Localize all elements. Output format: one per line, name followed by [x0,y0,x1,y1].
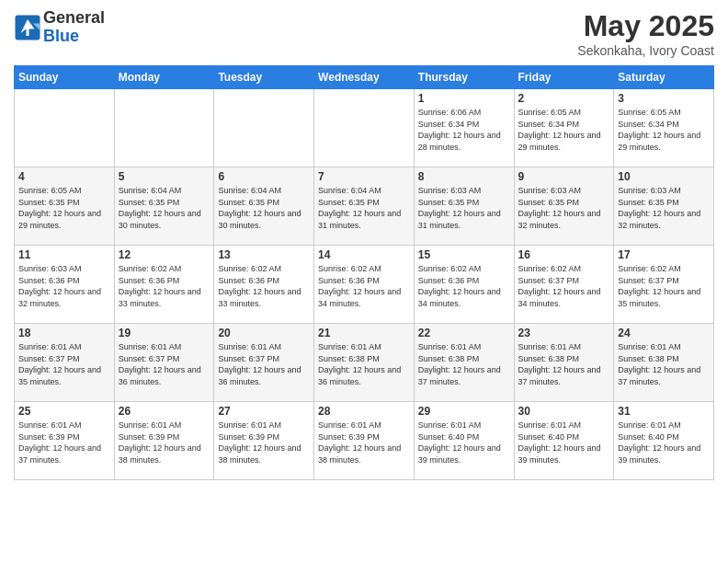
day-info: Sunrise: 6:06 AM Sunset: 6:34 PM Dayligh… [418,107,510,153]
table-row: 15Sunrise: 6:02 AM Sunset: 6:36 PM Dayli… [414,246,514,324]
day-info: Sunrise: 6:01 AM Sunset: 6:39 PM Dayligh… [318,419,410,465]
calendar-week-row: 25Sunrise: 6:01 AM Sunset: 6:39 PM Dayli… [15,402,714,480]
day-number: 28 [318,405,410,418]
day-number: 26 [119,405,210,418]
table-row: 22Sunrise: 6:01 AM Sunset: 6:38 PM Dayli… [414,324,514,402]
day-number: 2 [518,92,610,105]
day-number: 3 [618,92,710,105]
day-number: 18 [18,327,110,339]
day-number: 1 [418,92,510,105]
month-title: May 2025 [577,9,714,43]
day-info: Sunrise: 6:01 AM Sunset: 6:39 PM Dayligh… [218,419,310,465]
day-number: 14 [318,248,410,261]
location-subtitle: Sekonkaha, Ivory Coast [577,43,714,58]
day-number: 19 [119,327,210,339]
header-thursday: Thursday [414,66,514,89]
day-number: 25 [18,405,110,418]
table-row: 10Sunrise: 6:03 AM Sunset: 6:35 PM Dayli… [614,167,714,246]
table-row: 17Sunrise: 6:02 AM Sunset: 6:37 PM Dayli… [614,246,714,324]
day-number: 5 [119,170,210,183]
day-info: Sunrise: 6:05 AM Sunset: 6:35 PM Dayligh… [18,185,110,231]
day-info: Sunrise: 6:01 AM Sunset: 6:39 PM Dayligh… [119,419,210,465]
calendar-table: Sunday Monday Tuesday Wednesday Thursday… [14,65,714,480]
table-row: 14Sunrise: 6:02 AM Sunset: 6:36 PM Dayli… [314,246,415,324]
logo-text: General Blue [43,9,105,46]
table-row: 8Sunrise: 6:03 AM Sunset: 6:35 PM Daylig… [414,167,514,246]
table-row: 23Sunrise: 6:01 AM Sunset: 6:38 PM Dayli… [514,324,614,402]
day-info: Sunrise: 6:03 AM Sunset: 6:35 PM Dayligh… [518,185,610,231]
day-number: 16 [518,248,610,261]
table-row [114,89,214,167]
table-row: 28Sunrise: 6:01 AM Sunset: 6:39 PM Dayli… [314,402,415,480]
day-info: Sunrise: 6:01 AM Sunset: 6:40 PM Dayligh… [418,419,510,465]
table-row: 9Sunrise: 6:03 AM Sunset: 6:35 PM Daylig… [514,167,614,246]
header-tuesday: Tuesday [214,66,314,89]
table-row [214,89,314,167]
table-row: 1Sunrise: 6:06 AM Sunset: 6:34 PM Daylig… [414,89,514,167]
table-row: 21Sunrise: 6:01 AM Sunset: 6:38 PM Dayli… [314,324,415,402]
header: General Blue May 2025 Sekonkaha, Ivory C… [14,9,714,58]
table-row: 31Sunrise: 6:01 AM Sunset: 6:40 PM Dayli… [614,402,714,480]
day-info: Sunrise: 6:02 AM Sunset: 6:37 PM Dayligh… [518,263,610,309]
table-row: 5Sunrise: 6:04 AM Sunset: 6:35 PM Daylig… [114,167,214,246]
day-info: Sunrise: 6:02 AM Sunset: 6:37 PM Dayligh… [618,263,710,309]
day-number: 21 [318,327,410,339]
day-number: 7 [318,170,410,183]
header-friday: Friday [514,66,614,89]
table-row: 29Sunrise: 6:01 AM Sunset: 6:40 PM Dayli… [414,402,514,480]
day-info: Sunrise: 6:05 AM Sunset: 6:34 PM Dayligh… [518,107,610,153]
day-number: 29 [418,405,510,418]
day-number: 8 [418,170,510,183]
title-block: May 2025 Sekonkaha, Ivory Coast [577,9,714,58]
day-info: Sunrise: 6:03 AM Sunset: 6:35 PM Dayligh… [618,185,710,231]
table-row: 2Sunrise: 6:05 AM Sunset: 6:34 PM Daylig… [514,89,614,167]
header-wednesday: Wednesday [314,66,415,89]
table-row: 4Sunrise: 6:05 AM Sunset: 6:35 PM Daylig… [15,167,115,246]
table-row: 24Sunrise: 6:01 AM Sunset: 6:38 PM Dayli… [614,324,714,402]
day-number: 12 [119,248,210,261]
header-monday: Monday [114,66,214,89]
day-info: Sunrise: 6:01 AM Sunset: 6:38 PM Dayligh… [418,341,510,387]
day-info: Sunrise: 6:03 AM Sunset: 6:36 PM Dayligh… [18,263,110,309]
day-info: Sunrise: 6:01 AM Sunset: 6:37 PM Dayligh… [18,341,110,387]
day-info: Sunrise: 6:01 AM Sunset: 6:40 PM Dayligh… [618,419,710,465]
calendar-header-row: Sunday Monday Tuesday Wednesday Thursday… [15,66,714,89]
table-row: 7Sunrise: 6:04 AM Sunset: 6:35 PM Daylig… [314,167,415,246]
calendar-week-row: 4Sunrise: 6:05 AM Sunset: 6:35 PM Daylig… [15,167,714,246]
day-number: 13 [218,248,310,261]
calendar-week-row: 18Sunrise: 6:01 AM Sunset: 6:37 PM Dayli… [15,324,714,402]
day-number: 15 [418,248,510,261]
day-info: Sunrise: 6:04 AM Sunset: 6:35 PM Dayligh… [318,185,410,231]
header-saturday: Saturday [614,66,714,89]
table-row: 3Sunrise: 6:05 AM Sunset: 6:34 PM Daylig… [614,89,714,167]
table-row: 26Sunrise: 6:01 AM Sunset: 6:39 PM Dayli… [114,402,214,480]
day-info: Sunrise: 6:01 AM Sunset: 6:38 PM Dayligh… [318,341,410,387]
day-number: 10 [618,170,710,183]
logo: General Blue [14,9,105,46]
day-number: 4 [18,170,110,183]
day-info: Sunrise: 6:01 AM Sunset: 6:37 PM Dayligh… [119,341,210,387]
day-number: 17 [618,248,710,261]
day-number: 22 [418,327,510,339]
table-row: 11Sunrise: 6:03 AM Sunset: 6:36 PM Dayli… [15,246,115,324]
table-row: 20Sunrise: 6:01 AM Sunset: 6:37 PM Dayli… [214,324,314,402]
page: General Blue May 2025 Sekonkaha, Ivory C… [0,0,728,563]
header-sunday: Sunday [15,66,115,89]
day-info: Sunrise: 6:01 AM Sunset: 6:37 PM Dayligh… [218,341,310,387]
table-row: 18Sunrise: 6:01 AM Sunset: 6:37 PM Dayli… [15,324,115,402]
table-row: 30Sunrise: 6:01 AM Sunset: 6:40 PM Dayli… [514,402,614,480]
table-row [15,89,115,167]
calendar-week-row: 1Sunrise: 6:06 AM Sunset: 6:34 PM Daylig… [15,89,714,167]
day-number: 6 [218,170,310,183]
day-info: Sunrise: 6:01 AM Sunset: 6:38 PM Dayligh… [518,341,610,387]
day-number: 31 [618,405,710,418]
day-info: Sunrise: 6:01 AM Sunset: 6:40 PM Dayligh… [518,419,610,465]
table-row: 6Sunrise: 6:04 AM Sunset: 6:35 PM Daylig… [214,167,314,246]
day-number: 24 [618,327,710,339]
table-row: 12Sunrise: 6:02 AM Sunset: 6:36 PM Dayli… [114,246,214,324]
day-info: Sunrise: 6:03 AM Sunset: 6:35 PM Dayligh… [418,185,510,231]
day-info: Sunrise: 6:04 AM Sunset: 6:35 PM Dayligh… [218,185,310,231]
logo-general: General [43,9,105,28]
day-info: Sunrise: 6:05 AM Sunset: 6:34 PM Dayligh… [618,107,710,153]
day-number: 11 [18,248,110,261]
